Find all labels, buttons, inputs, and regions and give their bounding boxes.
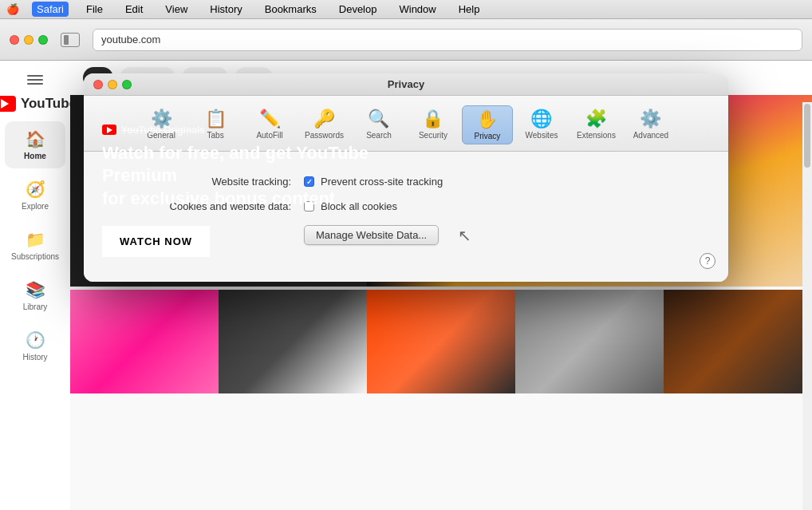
browser-window: youtube.com YouTube 🏠 Home 🧭 Explore (0, 19, 812, 510)
dialog-titlebar: Privacy (84, 73, 728, 96)
safari-menu[interactable]: Safari (32, 2, 69, 17)
yt-originals-badge: YouTube Originals (102, 125, 421, 136)
watch-now-button[interactable]: WATCH NOW (102, 226, 210, 257)
edit-menu[interactable]: Edit (120, 2, 148, 17)
help-button[interactable]: ? (700, 253, 715, 269)
extensions-icon: 🧩 (585, 109, 607, 129)
toolbar-label: Privacy (475, 132, 501, 140)
history-menu[interactable]: History (205, 2, 246, 17)
dialog-title: Privacy (388, 78, 424, 90)
hero-content: YouTube Originals Watch for free, and ge… (70, 101, 453, 282)
file-menu[interactable]: File (81, 2, 108, 17)
dialog-minimize-button[interactable] (108, 80, 117, 89)
develop-menu[interactable]: Develop (334, 2, 382, 17)
toolbar-item-privacy[interactable]: ✋ Privacy (462, 105, 513, 144)
hero-title: Watch for free, and get YouTube Premiumf… (102, 142, 421, 211)
toolbar-label: Extensions (577, 131, 616, 140)
dialog-traffic-lights (93, 80, 132, 89)
menu-bar: 🍎 Safari File Edit View History Bookmark… (0, 0, 812, 19)
advanced-icon: ⚙️ (640, 109, 661, 129)
cursor-position: ↖ (458, 226, 471, 245)
websites-icon: 🌐 (530, 109, 552, 129)
yt-badge-icon (102, 125, 116, 135)
apple-menu[interactable]: 🍎 (6, 3, 19, 15)
window-menu[interactable]: Window (394, 2, 440, 17)
toolbar-item-advanced[interactable]: ⚙️ Advanced (625, 105, 676, 144)
view-menu[interactable]: View (160, 2, 192, 17)
help-menu[interactable]: Help (454, 2, 485, 17)
privacy-icon: ✋ (476, 109, 498, 130)
dialog-close-button[interactable] (93, 80, 103, 89)
toolbar-label: Websites (526, 131, 558, 140)
bookmarks-menu[interactable]: Bookmarks (260, 2, 321, 17)
toolbar-item-websites[interactable]: 🌐 Websites (516, 105, 567, 144)
toolbar-label: Advanced (633, 131, 668, 140)
dialog-maximize-button[interactable] (122, 80, 132, 89)
yt-originals-text: YouTube Originals (121, 125, 205, 136)
toolbar-item-extensions[interactable]: 🧩 Extensions (570, 105, 622, 144)
